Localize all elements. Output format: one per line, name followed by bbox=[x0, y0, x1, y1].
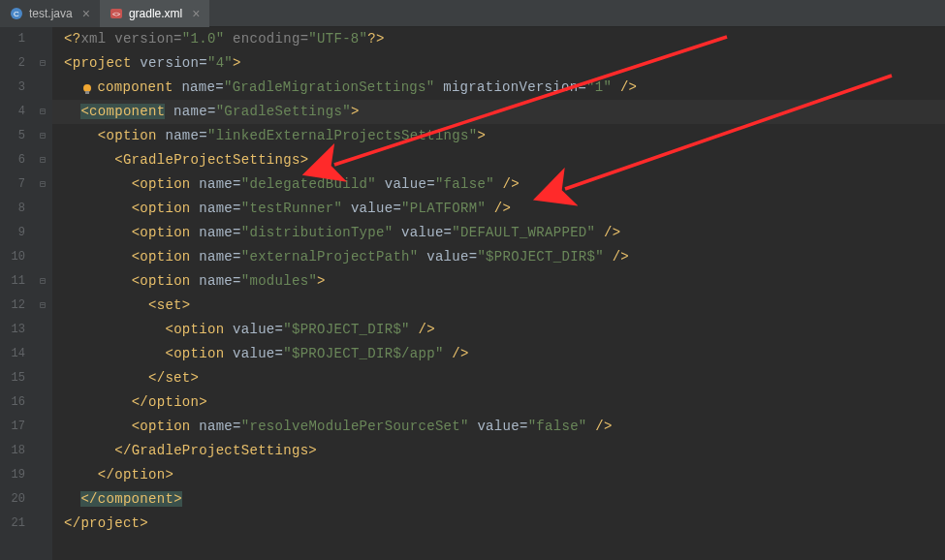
fold-marker[interactable]: ⊟ bbox=[33, 124, 52, 148]
code-line: </set> bbox=[52, 366, 945, 390]
fold-marker bbox=[33, 76, 52, 100]
fold-marker bbox=[33, 221, 52, 245]
fold-marker bbox=[33, 366, 52, 390]
code-line: <option name="linkedExternalProjectsSett… bbox=[52, 124, 945, 148]
line-number: 12 bbox=[0, 294, 25, 318]
fold-marker bbox=[33, 342, 52, 366]
xml-file-icon: <> bbox=[110, 7, 123, 20]
code-line: <set> bbox=[52, 294, 945, 318]
code-line: </project> bbox=[52, 512, 945, 536]
close-icon[interactable]: × bbox=[82, 6, 90, 21]
line-number: 1 bbox=[0, 27, 25, 51]
fold-marker bbox=[33, 318, 52, 342]
tab-test-java[interactable]: C test.java × bbox=[0, 0, 100, 27]
fold-marker bbox=[33, 512, 52, 536]
line-number: 3 bbox=[0, 76, 25, 100]
fold-marker bbox=[33, 390, 52, 415]
tab-gradle-xml[interactable]: <> gradle.xml × bbox=[100, 0, 210, 27]
code-line: <option value="$PROJECT_DIR$/app" /> bbox=[52, 342, 945, 366]
tab-label: gradle.xml bbox=[129, 7, 182, 20]
fold-marker[interactable]: ⊟ bbox=[33, 269, 52, 294]
code-line: </GradleProjectSettings> bbox=[52, 439, 945, 463]
line-number: 14 bbox=[0, 342, 25, 366]
fold-marker[interactable]: ⊟ bbox=[33, 148, 52, 172]
fold-marker[interactable]: ⊟ bbox=[33, 51, 52, 76]
line-number: 18 bbox=[0, 439, 25, 463]
line-number: 20 bbox=[0, 487, 25, 512]
code-line: <option name="distributionType" value="D… bbox=[52, 221, 945, 245]
code-line: <option value="$PROJECT_DIR$" /> bbox=[52, 318, 945, 342]
line-number: 13 bbox=[0, 318, 25, 342]
line-number: 2 bbox=[0, 51, 25, 76]
tab-label: test.java bbox=[29, 7, 73, 20]
code-line: <option name="resolveModulePerSourceSet"… bbox=[52, 415, 945, 439]
svg-text:<>: <> bbox=[112, 11, 120, 17]
code-area[interactable]: <?xml version="1.0" encoding="UTF-8"?> <… bbox=[52, 27, 945, 560]
fold-marker bbox=[33, 27, 52, 51]
line-number-gutter: 123456789101112131415161718192021 bbox=[0, 27, 33, 560]
fold-marker[interactable]: ⊟ bbox=[33, 294, 52, 318]
code-line: <GradleProjectSettings> bbox=[52, 148, 945, 172]
code-line: <option name="delegatedBuild" value="fal… bbox=[52, 172, 945, 197]
fold-marker bbox=[33, 415, 52, 439]
fold-marker[interactable]: ⊟ bbox=[33, 100, 52, 124]
code-line: <option name="testRunner" value="PLATFOR… bbox=[52, 197, 945, 221]
line-number: 17 bbox=[0, 415, 25, 439]
line-number: 21 bbox=[0, 512, 25, 536]
line-number: 19 bbox=[0, 463, 25, 487]
intention-bulb-icon[interactable] bbox=[80, 80, 94, 94]
code-line: <project version="4"> bbox=[52, 51, 945, 76]
java-file-icon: C bbox=[10, 7, 23, 20]
line-number: 10 bbox=[0, 245, 25, 269]
fold-marker bbox=[33, 439, 52, 463]
fold-marker bbox=[33, 487, 52, 512]
svg-point-4 bbox=[83, 84, 91, 92]
line-number: 16 bbox=[0, 390, 25, 415]
code-line: </component> bbox=[52, 487, 945, 512]
code-line: <component name="GradleSettings"> bbox=[52, 100, 945, 124]
code-line: component name="GradleMigrationSettings"… bbox=[52, 76, 945, 100]
line-number: 11 bbox=[0, 269, 25, 294]
line-number: 7 bbox=[0, 172, 25, 197]
tab-bar: C test.java × <> gradle.xml × bbox=[0, 0, 945, 27]
line-number: 5 bbox=[0, 124, 25, 148]
line-number: 15 bbox=[0, 366, 25, 390]
fold-marker bbox=[33, 245, 52, 269]
line-number: 9 bbox=[0, 221, 25, 245]
line-number: 4 bbox=[0, 100, 25, 124]
code-line: </option> bbox=[52, 463, 945, 487]
code-line: <option name="externalProjectPath" value… bbox=[52, 245, 945, 269]
editor: 123456789101112131415161718192021 ⊟⊟⊟⊟⊟⊟… bbox=[0, 27, 945, 560]
fold-marker[interactable]: ⊟ bbox=[33, 172, 52, 197]
close-icon[interactable]: × bbox=[192, 6, 200, 21]
code-line: </option> bbox=[52, 390, 945, 415]
code-line: <?xml version="1.0" encoding="UTF-8"?> bbox=[52, 27, 945, 51]
line-number: 6 bbox=[0, 148, 25, 172]
fold-marker bbox=[33, 197, 52, 221]
svg-rect-5 bbox=[85, 91, 89, 94]
code-line: <option name="modules"> bbox=[52, 269, 945, 294]
fold-gutter: ⊟⊟⊟⊟⊟⊟⊟ bbox=[33, 27, 52, 560]
line-number: 8 bbox=[0, 197, 25, 221]
fold-marker bbox=[33, 463, 52, 487]
svg-text:C: C bbox=[14, 10, 19, 18]
